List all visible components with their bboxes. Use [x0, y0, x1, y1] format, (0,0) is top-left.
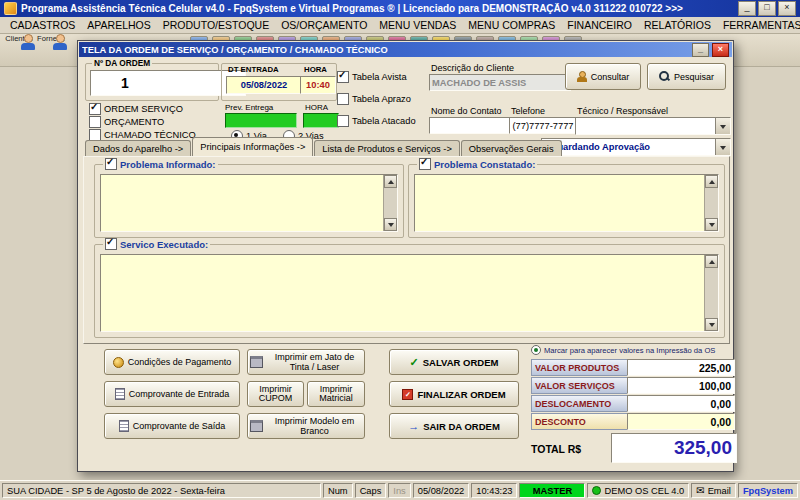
dialog-minimize-button[interactable] — [692, 43, 709, 57]
entry-time-field[interactable]: 10:40 — [300, 76, 336, 94]
scroll-down-icon[interactable] — [384, 218, 397, 231]
button-label: Comprovante de Saída — [133, 421, 226, 431]
button-label: FINALIZAR ORDEM — [417, 389, 505, 400]
imprimir-cupom-button[interactable]: Imprimir CUPOM — [247, 381, 304, 407]
menu-produto-estoque[interactable]: PRODUTO/ESTOQUE — [157, 18, 275, 32]
status-email[interactable]: Email — [691, 483, 736, 498]
tabela-atacado-checkbox[interactable]: Tabela Atacado — [337, 115, 416, 127]
fornecedores-button[interactable]: Fornece — [36, 34, 66, 43]
chevron-down-icon[interactable] — [715, 139, 730, 155]
checkbox-label: Tabela Aprazo — [352, 94, 411, 104]
tabela-avista-checkbox[interactable]: Tabela Avista — [337, 71, 407, 83]
status-ins: Ins — [388, 483, 410, 498]
sair-ordem-button[interactable]: SAIR DA ORDEM — [389, 413, 519, 439]
imprimir-jato-laser-button[interactable]: Imprimir em Jato de Tinta / Laser — [247, 349, 365, 375]
nome-contato-field[interactable] — [429, 117, 511, 134]
mostrar-valores-radio[interactable]: Marcar para aparecer valores na Impressã… — [531, 345, 729, 355]
menu-vendas[interactable]: MENU VENDAS — [373, 18, 462, 32]
scroll-down-icon[interactable] — [705, 218, 718, 231]
servico-executado-textarea[interactable] — [100, 254, 719, 332]
prev-entrega-field[interactable] — [225, 113, 297, 128]
finalizar-ordem-button[interactable]: FINALIZAR ORDEM — [389, 381, 519, 407]
checkbox-box — [337, 115, 349, 127]
menu-os-orcamento[interactable]: OS/ORÇAMENTO — [275, 18, 373, 32]
servico-executado-label: Servico Executado: — [120, 239, 208, 250]
minimize-button[interactable] — [738, 1, 756, 16]
valor-servicos-value: 100,00 — [627, 377, 735, 394]
problema-informado-textarea[interactable] — [100, 174, 398, 232]
descricao-cliente-label: Descrição do Cliente — [431, 63, 514, 73]
tabela-aprazo-checkbox[interactable]: Tabela Aprazo — [337, 93, 411, 105]
orcamento-checkbox[interactable]: ORÇAMENTO — [89, 116, 164, 128]
total-label: TOTAL R$ — [531, 443, 581, 455]
exit-arrow-icon — [408, 421, 419, 431]
button-label: Imprimir em Jato de Tinta / Laser — [267, 352, 362, 372]
dialog-close-button[interactable] — [712, 43, 729, 57]
imprimir-matricial-button[interactable]: Imprimir Matricial — [307, 381, 365, 407]
problema-informado-label: Problema Informado: — [120, 159, 216, 170]
checkbox-label: Tabela Avista — [352, 72, 407, 82]
comprovante-saida-button[interactable]: Comprovante de Saída — [104, 413, 240, 439]
status-app-label: DEMO OS CEL 4.0 — [604, 486, 684, 496]
tecnico-combo[interactable] — [575, 117, 731, 135]
status-brand[interactable]: FpqSystem — [738, 483, 798, 498]
scrollbar[interactable] — [704, 255, 718, 331]
app-icon — [4, 2, 17, 15]
status-time: 10:43:23 — [471, 483, 517, 498]
menu-aparelhos[interactable]: APARELHOS — [81, 18, 156, 32]
chevron-down-icon[interactable] — [715, 118, 730, 134]
scroll-up-icon[interactable] — [705, 255, 718, 268]
tab-lista-produtos-servicos[interactable]: Lista de Produtos e Serviços -> — [314, 140, 459, 156]
prev-hora-label: HORA — [305, 103, 328, 112]
status-date: 05/08/2022 — [413, 483, 470, 498]
scroll-up-icon[interactable] — [705, 175, 718, 188]
consultar-button[interactable]: Consultar — [565, 63, 641, 90]
scroll-up-icon[interactable] — [384, 175, 397, 188]
status-location: SUA CIDADE - SP 5 de Agosto de 2022 - Se… — [2, 483, 321, 498]
window-title: Programa Assistência Técnica Celular v4.… — [21, 3, 734, 14]
menu-compras[interactable]: MENU COMPRAS — [462, 18, 561, 32]
clientes-button[interactable]: Clientes — [4, 34, 34, 43]
consultar-label: Consultar — [591, 72, 630, 82]
problema-informado-checkbox[interactable] — [105, 158, 117, 170]
pesquisar-button[interactable]: Pesquisar — [647, 63, 726, 90]
entry-date-field[interactable]: 05/08/2022 — [226, 76, 302, 94]
comprovante-entrada-button[interactable]: Comprovante de Entrada — [104, 381, 240, 407]
tab-principais-informacoes[interactable]: Principais Informações -> — [192, 137, 313, 156]
menu-cadastros[interactable]: CADASTROS — [4, 18, 81, 32]
tecnico-label: Técnico / Responsável — [577, 106, 668, 116]
menu-financeiro[interactable]: FINANCEIRO — [561, 18, 638, 32]
menu-ferramentas[interactable]: FERRAMENTAS — [717, 18, 800, 32]
scrollbar[interactable] — [383, 175, 397, 231]
scroll-down-icon[interactable] — [705, 318, 718, 331]
problema-constatado-checkbox[interactable] — [419, 158, 431, 170]
ordem-servico-checkbox[interactable]: ORDEM SERVIÇO — [89, 103, 183, 115]
scrollbar[interactable] — [704, 175, 718, 231]
imprimir-modelo-branco-button[interactable]: Imprimir Modelo em Branco — [247, 413, 365, 439]
valor-servicos-label: VALOR SERVIÇOS — [531, 377, 633, 394]
tab-observacoes-gerais[interactable]: Observações Gerais — [461, 140, 562, 156]
radio-dot — [531, 345, 541, 355]
problema-constatado-textarea[interactable] — [414, 174, 719, 232]
close-button[interactable] — [778, 1, 796, 16]
cliente-field[interactable]: MACHADO DE ASSIS — [429, 74, 571, 91]
application-window: Programa Assistência Técnica Celular v4.… — [0, 0, 800, 500]
maximize-button[interactable] — [758, 1, 776, 16]
textarea-content — [101, 175, 383, 231]
window-titlebar: Programa Assistência Técnica Celular v4.… — [0, 0, 800, 17]
prev-entrega-label: Prev. Entrega — [225, 103, 273, 112]
check-icon — [410, 357, 419, 367]
menu-relatorios[interactable]: RELATÓRIOS — [638, 18, 717, 32]
prev-hora-field[interactable] — [303, 113, 339, 128]
salvar-ordem-button[interactable]: SALVAR ORDEM — [389, 349, 519, 375]
servico-executado-checkbox[interactable] — [105, 238, 117, 250]
dialog-titlebar: TELA DA ORDEM DE SERVIÇO / ORÇAMENTO / C… — [79, 42, 732, 57]
nome-contato-label: Nome do Contato — [431, 106, 502, 116]
button-label: Comprovante de Entrada — [129, 389, 230, 399]
button-label: SALVAR ORDEM — [423, 357, 499, 368]
telefone-field[interactable]: (77)7777-7777 — [509, 117, 577, 134]
condicoes-pagamento-button[interactable]: Condições de Pagamento — [104, 349, 240, 375]
situacao-combo[interactable]: Aguardando Aprovação — [541, 138, 731, 156]
tab-dados-aparelho[interactable]: Dados do Aparelho -> — [85, 140, 191, 156]
green-dot-icon — [592, 486, 601, 495]
